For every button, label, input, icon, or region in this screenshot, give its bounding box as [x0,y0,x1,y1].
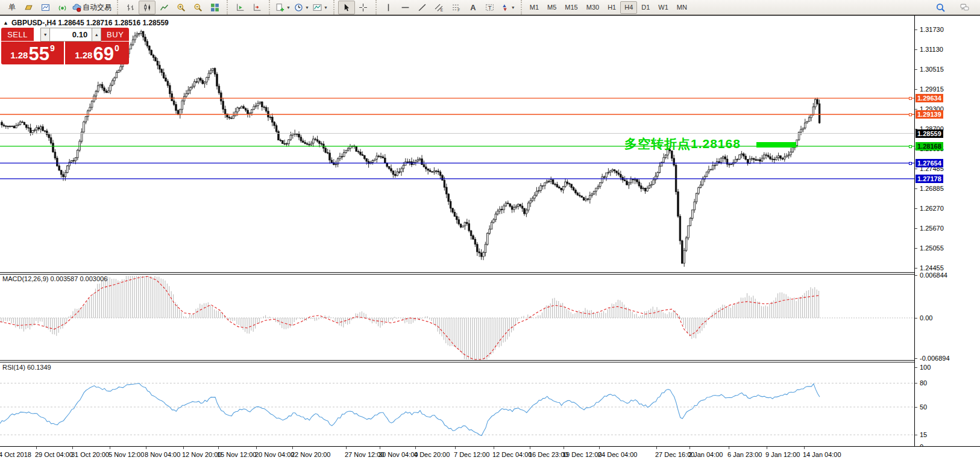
time-label: 9 Jan 12:00 [765,451,800,458]
horizontal-line-button[interactable] [397,1,414,14]
tf-h1-button[interactable]: H1 [603,1,620,14]
fibonacci-icon: F [451,3,460,12]
autotrading-button[interactable]: 自动交易 [71,1,113,14]
volume-down-button[interactable]: ▼ [40,28,50,42]
trend-line-button[interactable] [414,1,431,14]
search-button[interactable] [932,1,949,14]
price-tick-tickmark [915,188,917,189]
pane-splitter-rsi[interactable] [0,360,980,362]
equidistant-channel-button[interactable]: E [431,1,448,14]
bar-chart-button[interactable] [122,1,139,14]
level-lines [0,98,914,179]
svg-text:E: E [441,7,443,11]
tf-d1-button[interactable]: D1 [637,1,654,14]
templates-dropdown-icon[interactable]: ▼ [324,5,328,10]
sell-button[interactable]: SELL [1,28,34,42]
buy-price-sup: 0 [115,43,119,53]
time-label: 7 Dec 12:00 [454,451,489,458]
rsi-tick: 15 [920,431,927,438]
level-handle[interactable] [909,97,912,100]
market-watch-icon [24,3,33,12]
cursor-icon [342,3,351,12]
time-label: 30 Nov 04:00 [378,451,418,458]
autotrading-icon [72,3,81,12]
candlestick-button[interactable] [139,1,155,14]
level-handle[interactable] [909,162,912,165]
volume-up-button[interactable]: ▲ [92,28,101,42]
auto-scroll-button[interactable] [231,1,248,14]
periods-dropdown-icon[interactable]: ▼ [305,5,309,10]
vertical-line-button[interactable] [380,1,397,14]
text-icon: A [468,3,477,12]
level-handle[interactable] [909,145,912,148]
buy-button[interactable]: BUY [101,28,129,42]
line-chart-button[interactable] [155,1,172,14]
periods-icon [294,3,303,12]
volume-field[interactable]: 0.10 [50,28,92,42]
cursor-button[interactable] [338,1,355,14]
zoom-out-button[interactable] [189,1,206,14]
pivot-annotation-text[interactable]: 多空转折点1.28168 [624,135,741,152]
indicators-dropdown-icon[interactable]: ▼ [286,5,291,10]
new-order-partial-label: 单 [8,2,16,13]
collapse-marker-icon[interactable]: ▲ [3,20,8,26]
zoom-in-icon [177,3,186,12]
new-chart-button[interactable] [37,1,54,14]
level-badge: 1.28168 [916,142,943,151]
sell-price-prefix: 1.28 [10,50,28,60]
periods-button[interactable]: ▼ [292,1,311,14]
time-label: 22 Nov 20:00 [291,451,330,458]
crosshair-button[interactable] [355,1,372,14]
text-button[interactable]: A [465,1,482,14]
price-tick-tickmark [915,208,917,209]
chart-shift-button[interactable] [248,1,265,14]
time-label: 31 Oct 20:00 [71,451,109,458]
time-tickmark [72,447,73,449]
signals-button[interactable] [54,1,71,14]
time-tickmark [346,447,347,449]
level-badge: 1.27178 [916,175,943,183]
fibonacci-button[interactable]: F [448,1,465,14]
toolbar: 单自动交易▼▼▼EFAT▼M1M5M15M30H1H4D1W1MN [0,0,980,15]
sell-price[interactable]: 1.28 55 9 [1,42,64,64]
price-tick-tickmark [915,49,917,50]
chart-canvas[interactable] [0,16,914,463]
price-axis[interactable]: 1.317301.311301.305151.299151.293001.287… [914,16,980,463]
tf-m15-button[interactable]: M15 [561,1,582,14]
tf-m5-button[interactable]: M5 [543,1,561,14]
text-label-icon: T [485,3,494,12]
text-label-button[interactable]: T [482,1,498,14]
price-tick: 1.29915 [920,85,944,93]
zoom-in-button[interactable] [172,1,189,14]
tf-h4-button[interactable]: H4 [620,1,637,14]
templates-button[interactable]: ▼ [311,1,330,14]
level-handle[interactable] [909,113,912,116]
tile-windows-button[interactable] [206,1,223,14]
line-chart-icon [160,3,169,12]
tf-m30-button[interactable]: M30 [582,1,603,14]
time-axis[interactable]: 24 Oct 201829 Oct 04:0031 Oct 20:005 Nov… [0,446,980,463]
pane-splitter-macd[interactable] [0,272,980,275]
tf-mn-button[interactable]: MN [673,1,691,14]
zoom-out-icon [193,3,203,12]
price-tick-tickmark [915,248,917,249]
arrows-button[interactable]: ▼ [498,1,517,14]
new-chart-icon [41,3,50,12]
time-tickmark [146,447,146,449]
indicators-button[interactable]: ▼ [274,1,292,14]
arrows-dropdown-icon[interactable]: ▼ [511,5,515,10]
tf-m1-button[interactable]: M1 [526,1,543,14]
buy-price[interactable]: 1.28 69 0 [65,42,129,64]
tf-w1-button[interactable]: W1 [654,1,673,14]
price-tick: 1.25055 [920,244,944,252]
time-label: 14 Jan 04:00 [803,451,841,458]
chat-button[interactable] [956,1,973,14]
new-order-partial-button[interactable]: 单 [3,1,20,14]
market-watch-button[interactable] [20,1,37,14]
arrows-icon [500,3,509,12]
toolbar-group-timeframes: M1M5M15M30H1H4D1W1MN [521,0,693,14]
crosshair-icon [359,3,368,12]
time-label: 29 Oct 04:00 [35,451,73,458]
time-label: 19 Dec 12:00 [562,451,602,458]
buy-price-main: 69 [93,45,113,63]
